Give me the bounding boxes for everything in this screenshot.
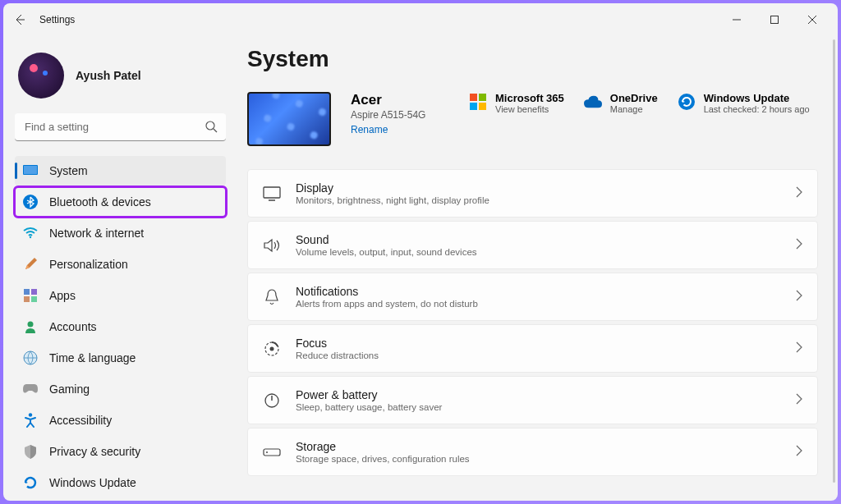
svg-rect-6: [24, 289, 30, 295]
card-sub: Storage space, drives, configuration rul…: [296, 454, 781, 464]
minimize-button[interactable]: [718, 7, 756, 33]
update-icon: [23, 475, 38, 490]
card-sub: Alerts from apps and system, do not dist…: [296, 299, 781, 309]
sidebar-item-label: System: [49, 164, 88, 177]
sound-icon: [263, 236, 281, 254]
card-display[interactable]: Display Monitors, brightness, night ligh…: [247, 169, 818, 218]
card-title: Power & battery: [296, 388, 781, 401]
chevron-right-icon: [796, 393, 802, 408]
chevron-right-icon: [796, 186, 802, 201]
shield-icon: [23, 444, 38, 459]
globe-clock-icon: [23, 351, 38, 365]
sidebar-item-label: Accessibility: [49, 414, 112, 427]
card-notifications[interactable]: Notifications Alerts from apps and syste…: [247, 273, 818, 321]
arrow-left-icon: [13, 13, 26, 26]
card-power-battery[interactable]: Power & battery Sleep, battery usage, ba…: [247, 376, 818, 424]
focus-icon: [263, 340, 281, 358]
nav: System Bluetooth & devices Network & int…: [15, 156, 226, 497]
card-sub: Sleep, battery usage, battery saver: [296, 402, 781, 412]
rename-link[interactable]: Rename: [351, 124, 449, 135]
card-focus[interactable]: Focus Reduce distractions: [247, 324, 818, 373]
svg-rect-3: [24, 166, 37, 174]
svg-rect-9: [31, 296, 37, 302]
tile-onedrive[interactable]: OneDrive Manage: [584, 92, 658, 114]
device-name: Acer: [351, 92, 449, 108]
card-title: Storage: [296, 440, 781, 453]
sidebar-item-bluetooth-devices[interactable]: Bluetooth & devices: [15, 187, 226, 217]
back-button[interactable]: [10, 10, 30, 30]
tile-title: Microsoft 365: [495, 92, 564, 104]
sidebar: Ayush Patel System Bluetooth & devices: [3, 36, 237, 501]
chevron-right-icon: [796, 290, 802, 305]
sidebar-item-apps[interactable]: Apps: [15, 281, 226, 310]
display-icon: [263, 185, 281, 203]
avatar: [18, 53, 64, 99]
sidebar-item-label: Apps: [49, 289, 76, 302]
svg-point-16: [270, 346, 274, 351]
device-thumbnail[interactable]: [247, 92, 331, 146]
sidebar-item-windows-update[interactable]: Windows Update: [15, 468, 226, 497]
sidebar-item-time-language[interactable]: Time & language: [15, 343, 226, 373]
profile-block[interactable]: Ayush Patel: [15, 46, 226, 113]
svg-rect-8: [24, 296, 30, 302]
system-header-row: Acer Aspire A515-54G Rename Microsoft 36…: [247, 92, 818, 146]
tile-sub: View benefits: [495, 104, 564, 114]
maximize-icon: [770, 16, 779, 24]
search-box: [15, 113, 226, 141]
bluetooth-icon: [23, 195, 38, 209]
card-title: Sound: [296, 233, 781, 246]
card-title: Display: [296, 181, 781, 195]
sidebar-item-label: Gaming: [49, 383, 90, 396]
sidebar-item-accounts[interactable]: Accounts: [15, 312, 226, 341]
sidebar-item-label: Privacy & security: [49, 445, 140, 458]
system-icon: [23, 163, 38, 178]
scrollbar[interactable]: [833, 39, 835, 483]
card-storage[interactable]: Storage Storage space, drives, configura…: [247, 428, 818, 476]
settings-card-list: Display Monitors, brightness, night ligh…: [247, 169, 818, 476]
storage-icon: [263, 443, 281, 461]
paintbrush-icon: [23, 257, 38, 272]
main-content: System Acer Aspire A515-54G Rename Micro…: [237, 36, 838, 501]
sidebar-item-accessibility[interactable]: Accessibility: [15, 405, 226, 435]
search-input[interactable]: [15, 113, 226, 141]
window-title: Settings: [39, 14, 75, 25]
sidebar-item-label: Windows Update: [49, 476, 136, 489]
card-title: Focus: [296, 337, 781, 350]
person-icon: [23, 319, 38, 334]
power-icon: [263, 392, 281, 410]
chevron-right-icon: [796, 445, 802, 460]
card-sub: Monitors, brightness, night light, displ…: [296, 195, 781, 205]
device-info: Acer Aspire A515-54G Rename: [351, 92, 449, 135]
sidebar-item-personalization[interactable]: Personalization: [15, 250, 226, 279]
chevron-right-icon: [796, 341, 802, 356]
sidebar-item-network[interactable]: Network & internet: [15, 218, 226, 248]
svg-point-13: [678, 94, 695, 110]
tile-windows-update[interactable]: Windows Update Last checked: 2 hours ago: [678, 92, 810, 114]
close-button[interactable]: [793, 7, 831, 33]
accessibility-icon: [23, 413, 38, 428]
user-name: Ayush Patel: [76, 69, 141, 82]
card-title: Notifications: [296, 285, 781, 298]
svg-rect-7: [31, 289, 37, 295]
card-sub: Reduce distractions: [296, 351, 781, 360]
svg-point-5: [30, 236, 31, 238]
svg-rect-0: [771, 16, 779, 24]
tile-title: Windows Update: [704, 92, 810, 104]
wifi-icon: [23, 226, 38, 241]
minimize-icon: [733, 16, 741, 24]
card-sound[interactable]: Sound Volume levels, output, input, soun…: [247, 221, 818, 269]
sidebar-item-privacy-security[interactable]: Privacy & security: [15, 437, 226, 466]
apps-icon: [23, 288, 38, 303]
cloud-icon: [584, 93, 602, 111]
sidebar-item-label: Time & language: [49, 351, 136, 364]
sidebar-item-system[interactable]: System: [15, 156, 226, 186]
sidebar-item-gaming[interactable]: Gaming: [15, 374, 226, 404]
bell-icon: [263, 288, 281, 306]
gamepad-icon: [23, 382, 38, 396]
tile-sub: Manage: [610, 104, 658, 114]
update-icon: [678, 93, 696, 111]
tile-microsoft365[interactable]: Microsoft 365 View benefits: [469, 92, 564, 114]
maximize-button[interactable]: [756, 7, 793, 33]
settings-window: Settings Ayush Patel System: [3, 3, 838, 501]
svg-rect-14: [264, 187, 280, 198]
